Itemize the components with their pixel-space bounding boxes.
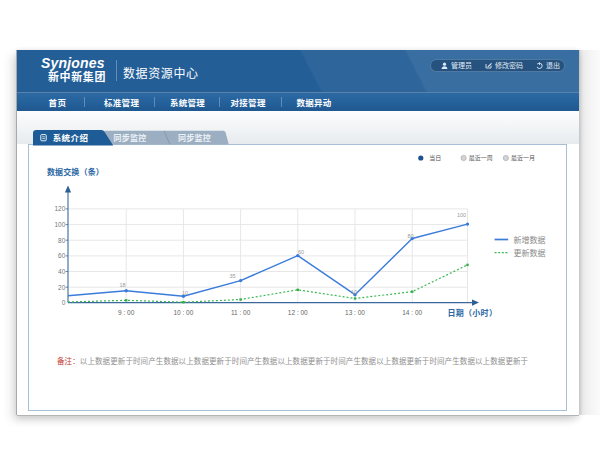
svg-text:20: 20 [58,282,66,292]
svg-text:最近一月: 最近一月 [511,153,535,162]
svg-text:系统介绍: 系统介绍 [53,131,89,143]
svg-text:11 : 00: 11 : 00 [231,307,251,317]
svg-text:40: 40 [58,266,66,276]
svg-text:数据交换（条）: 数据交换（条） [47,166,104,177]
svg-text:13 : 00: 13 : 00 [345,307,365,317]
svg-text:14 : 00: 14 : 00 [402,307,422,317]
svg-text:0: 0 [62,297,66,307]
svg-text:12 : 00: 12 : 00 [288,307,308,317]
svg-text:35: 35 [229,272,235,280]
svg-text:100: 100 [457,211,466,219]
svg-text:当日: 当日 [429,153,441,162]
svg-text:10: 10 [351,288,357,296]
svg-text:60: 60 [298,248,304,256]
svg-text:新增数据: 新增数据 [514,234,546,245]
svg-text:9 : 00: 9 : 00 [118,307,135,317]
svg-text:更新数据: 更新数据 [514,247,546,258]
svg-text:120: 120 [54,203,65,213]
svg-text:最近一周: 最近一周 [469,153,493,162]
svg-text:10 : 00: 10 : 00 [173,307,193,317]
svg-text:100: 100 [54,219,65,229]
svg-text:80: 80 [58,235,66,245]
svg-text:同步监控: 同步监控 [178,132,211,143]
svg-text:日期（小时）: 日期（小时） [447,307,497,318]
svg-text:60: 60 [58,250,66,260]
svg-text:10: 10 [182,289,188,297]
svg-text:80: 80 [407,232,413,240]
svg-text:同步监控: 同步监控 [114,132,147,143]
svg-text:18: 18 [119,281,125,289]
